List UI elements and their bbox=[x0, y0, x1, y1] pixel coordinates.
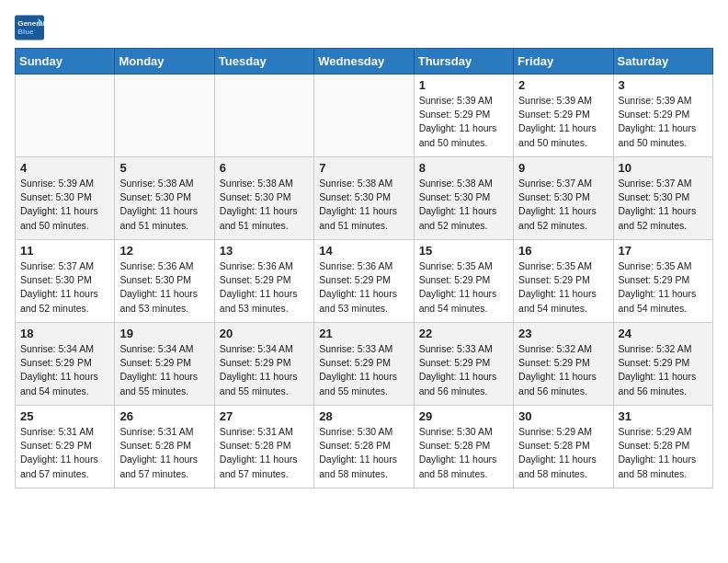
day-info: Sunrise: 5:34 AM Sunset: 5:29 PM Dayligh… bbox=[119, 342, 209, 398]
calendar-cell: 4Sunrise: 5:39 AM Sunset: 5:30 PM Daylig… bbox=[16, 157, 115, 240]
calendar-cell: 31Sunrise: 5:29 AM Sunset: 5:28 PM Dayli… bbox=[613, 406, 712, 488]
day-info: Sunrise: 5:29 AM Sunset: 5:28 PM Dayligh… bbox=[518, 425, 608, 481]
calendar-cell: 22Sunrise: 5:33 AM Sunset: 5:29 PM Dayli… bbox=[414, 323, 513, 406]
day-number: 12 bbox=[119, 244, 209, 258]
day-number: 6 bbox=[220, 161, 309, 175]
calendar-cell: 13Sunrise: 5:36 AM Sunset: 5:29 PM Dayli… bbox=[214, 240, 313, 323]
day-number: 20 bbox=[220, 327, 309, 340]
day-info: Sunrise: 5:33 AM Sunset: 5:29 PM Dayligh… bbox=[419, 342, 508, 398]
day-number: 11 bbox=[20, 244, 109, 258]
day-info: Sunrise: 5:36 AM Sunset: 5:29 PM Dayligh… bbox=[220, 259, 309, 316]
day-info: Sunrise: 5:37 AM Sunset: 5:30 PM Dayligh… bbox=[619, 177, 708, 233]
calendar-cell: 9Sunrise: 5:37 AM Sunset: 5:30 PM Daylig… bbox=[514, 157, 613, 240]
day-number: 29 bbox=[419, 409, 508, 423]
calendar-cell: 21Sunrise: 5:33 AM Sunset: 5:29 PM Dayli… bbox=[314, 323, 414, 406]
calendar-cell bbox=[16, 75, 115, 157]
calendar-table: SundayMondayTuesdayWednesdayThursdayFrid… bbox=[15, 48, 713, 488]
day-number: 3 bbox=[619, 78, 708, 92]
calendar-cell: 8Sunrise: 5:38 AM Sunset: 5:30 PM Daylig… bbox=[414, 157, 513, 240]
day-number: 14 bbox=[319, 244, 408, 258]
day-header-friday: Friday bbox=[514, 49, 613, 75]
day-info: Sunrise: 5:39 AM Sunset: 5:29 PM Dayligh… bbox=[619, 94, 708, 150]
day-number: 27 bbox=[220, 409, 309, 423]
day-number: 18 bbox=[20, 327, 109, 340]
day-info: Sunrise: 5:29 AM Sunset: 5:28 PM Dayligh… bbox=[619, 425, 708, 481]
calendar-cell: 24Sunrise: 5:32 AM Sunset: 5:29 PM Dayli… bbox=[613, 323, 712, 406]
calendar-cell: 2Sunrise: 5:39 AM Sunset: 5:29 PM Daylig… bbox=[514, 75, 613, 157]
day-info: Sunrise: 5:38 AM Sunset: 5:30 PM Dayligh… bbox=[419, 177, 508, 233]
day-number: 8 bbox=[419, 161, 508, 175]
day-header-tuesday: Tuesday bbox=[214, 49, 313, 75]
calendar-cell: 10Sunrise: 5:37 AM Sunset: 5:30 PM Dayli… bbox=[613, 157, 712, 240]
week-row-5: 25Sunrise: 5:31 AM Sunset: 5:29 PM Dayli… bbox=[16, 406, 713, 488]
day-info: Sunrise: 5:39 AM Sunset: 5:29 PM Dayligh… bbox=[518, 94, 608, 150]
calendar-cell: 28Sunrise: 5:30 AM Sunset: 5:28 PM Dayli… bbox=[314, 406, 414, 488]
day-number: 28 bbox=[319, 409, 408, 423]
day-info: Sunrise: 5:34 AM Sunset: 5:29 PM Dayligh… bbox=[220, 342, 309, 398]
page-header: General Blue bbox=[15, 15, 713, 40]
day-number: 5 bbox=[119, 161, 209, 175]
days-header-row: SundayMondayTuesdayWednesdayThursdayFrid… bbox=[16, 49, 713, 75]
calendar-cell: 18Sunrise: 5:34 AM Sunset: 5:29 PM Dayli… bbox=[16, 323, 115, 406]
day-number: 1 bbox=[419, 78, 508, 92]
day-info: Sunrise: 5:37 AM Sunset: 5:30 PM Dayligh… bbox=[20, 259, 109, 316]
day-number: 24 bbox=[619, 327, 708, 340]
day-number: 30 bbox=[518, 409, 608, 423]
day-info: Sunrise: 5:34 AM Sunset: 5:29 PM Dayligh… bbox=[20, 342, 109, 398]
calendar-cell: 16Sunrise: 5:35 AM Sunset: 5:29 PM Dayli… bbox=[514, 240, 613, 323]
day-info: Sunrise: 5:31 AM Sunset: 5:28 PM Dayligh… bbox=[220, 425, 309, 481]
day-header-sunday: Sunday bbox=[16, 49, 115, 75]
day-number: 7 bbox=[319, 161, 408, 175]
calendar-cell: 30Sunrise: 5:29 AM Sunset: 5:28 PM Dayli… bbox=[514, 406, 613, 488]
day-info: Sunrise: 5:35 AM Sunset: 5:29 PM Dayligh… bbox=[518, 259, 608, 316]
day-number: 22 bbox=[419, 327, 508, 340]
day-info: Sunrise: 5:32 AM Sunset: 5:29 PM Dayligh… bbox=[619, 342, 708, 398]
day-number: 19 bbox=[119, 327, 209, 340]
calendar-cell: 14Sunrise: 5:36 AM Sunset: 5:29 PM Dayli… bbox=[314, 240, 414, 323]
logo: General Blue bbox=[15, 15, 44, 40]
calendar-cell: 29Sunrise: 5:30 AM Sunset: 5:28 PM Dayli… bbox=[414, 406, 513, 488]
calendar-cell: 12Sunrise: 5:36 AM Sunset: 5:30 PM Dayli… bbox=[115, 240, 214, 323]
day-header-wednesday: Wednesday bbox=[314, 49, 414, 75]
calendar-cell: 27Sunrise: 5:31 AM Sunset: 5:28 PM Dayli… bbox=[214, 406, 313, 488]
day-info: Sunrise: 5:39 AM Sunset: 5:29 PM Dayligh… bbox=[419, 94, 508, 150]
day-number: 15 bbox=[419, 244, 508, 258]
day-number: 23 bbox=[518, 327, 608, 340]
day-info: Sunrise: 5:32 AM Sunset: 5:29 PM Dayligh… bbox=[518, 342, 608, 398]
day-header-thursday: Thursday bbox=[414, 49, 513, 75]
calendar-cell: 23Sunrise: 5:32 AM Sunset: 5:29 PM Dayli… bbox=[514, 323, 613, 406]
day-info: Sunrise: 5:30 AM Sunset: 5:28 PM Dayligh… bbox=[419, 425, 508, 481]
day-info: Sunrise: 5:38 AM Sunset: 5:30 PM Dayligh… bbox=[119, 177, 209, 233]
day-info: Sunrise: 5:36 AM Sunset: 5:29 PM Dayligh… bbox=[319, 259, 408, 316]
day-info: Sunrise: 5:38 AM Sunset: 5:30 PM Dayligh… bbox=[319, 177, 408, 233]
day-header-saturday: Saturday bbox=[613, 49, 712, 75]
day-info: Sunrise: 5:31 AM Sunset: 5:28 PM Dayligh… bbox=[119, 425, 209, 481]
calendar-cell bbox=[115, 75, 214, 157]
logo-icon: General Blue bbox=[15, 15, 44, 40]
calendar-cell: 6Sunrise: 5:38 AM Sunset: 5:30 PM Daylig… bbox=[214, 157, 313, 240]
day-number: 13 bbox=[220, 244, 309, 258]
svg-text:Blue: Blue bbox=[17, 28, 34, 36]
week-row-4: 18Sunrise: 5:34 AM Sunset: 5:29 PM Dayli… bbox=[16, 323, 713, 406]
day-info: Sunrise: 5:38 AM Sunset: 5:30 PM Dayligh… bbox=[220, 177, 309, 233]
week-row-3: 11Sunrise: 5:37 AM Sunset: 5:30 PM Dayli… bbox=[16, 240, 713, 323]
day-info: Sunrise: 5:35 AM Sunset: 5:29 PM Dayligh… bbox=[619, 259, 708, 316]
day-number: 10 bbox=[619, 161, 708, 175]
day-number: 17 bbox=[619, 244, 708, 258]
day-number: 2 bbox=[518, 78, 608, 92]
day-number: 21 bbox=[319, 327, 408, 340]
day-number: 16 bbox=[518, 244, 608, 258]
day-info: Sunrise: 5:36 AM Sunset: 5:30 PM Dayligh… bbox=[119, 259, 209, 316]
calendar-cell: 20Sunrise: 5:34 AM Sunset: 5:29 PM Dayli… bbox=[214, 323, 313, 406]
calendar-cell bbox=[314, 75, 414, 157]
calendar-cell: 26Sunrise: 5:31 AM Sunset: 5:28 PM Dayli… bbox=[115, 406, 214, 488]
calendar-cell: 5Sunrise: 5:38 AM Sunset: 5:30 PM Daylig… bbox=[115, 157, 214, 240]
calendar-cell: 19Sunrise: 5:34 AM Sunset: 5:29 PM Dayli… bbox=[115, 323, 214, 406]
day-info: Sunrise: 5:31 AM Sunset: 5:29 PM Dayligh… bbox=[20, 425, 109, 481]
calendar-cell: 11Sunrise: 5:37 AM Sunset: 5:30 PM Dayli… bbox=[16, 240, 115, 323]
calendar-cell: 25Sunrise: 5:31 AM Sunset: 5:29 PM Dayli… bbox=[16, 406, 115, 488]
calendar-cell: 3Sunrise: 5:39 AM Sunset: 5:29 PM Daylig… bbox=[613, 75, 712, 157]
day-number: 31 bbox=[619, 409, 708, 423]
week-row-2: 4Sunrise: 5:39 AM Sunset: 5:30 PM Daylig… bbox=[16, 157, 713, 240]
day-number: 4 bbox=[20, 161, 109, 175]
